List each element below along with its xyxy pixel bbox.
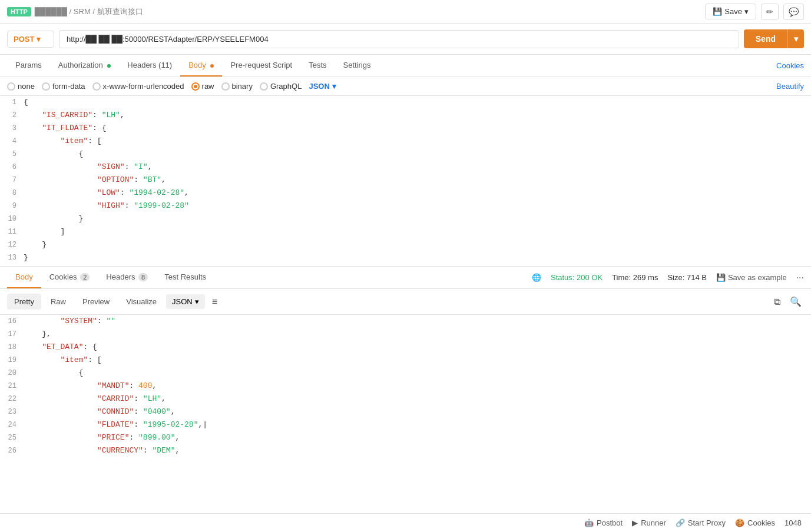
json-arrow: ▾ — [332, 82, 336, 91]
resp-line-22: 22 "CARRID": "LH", — [0, 393, 811, 405]
cookies-link[interactable]: Cookies — [776, 55, 804, 76]
time-text: Time: 269 ms — [612, 273, 658, 282]
response-body-editor[interactable]: 16 "SYSTEM": "" 17 }, 18 "ET_DATA": { 19… — [0, 315, 811, 480]
option-form-data[interactable]: form-data — [42, 82, 85, 91]
response-json-label: JSON — [172, 297, 193, 306]
tab-pre-request[interactable]: Pre-request Script — [222, 55, 300, 77]
proxy-icon: 🔗 — [676, 518, 685, 527]
resp-line-18: 18 "ET_DATA": { — [0, 341, 811, 354]
raw-radio — [191, 82, 200, 91]
edit-button[interactable]: ✏ — [761, 4, 779, 20]
copy-button[interactable]: ⧉ — [772, 294, 783, 310]
tab-authorization[interactable]: Authorization — [50, 55, 120, 77]
cookies-badge: 2 — [80, 273, 90, 281]
cookies-bottom-label: Cookies — [747, 518, 775, 527]
fmt-tab-visualize[interactable]: Visualize — [119, 294, 164, 310]
save-button[interactable]: 💾 Save ▾ — [705, 4, 756, 19]
request-body-editor[interactable]: 1 { 2 "IS_CARRID": "LH", 3 "IT_FLDATE": … — [0, 96, 811, 267]
tab-body[interactable]: Body — [180, 55, 222, 77]
postbot-label: Postbot — [597, 518, 623, 527]
code-line-7: 7 "OPTION": "BT", — [0, 174, 811, 187]
bottom-bar: 🤖 Postbot ▶ Runner 🔗 Start Proxy 🍪 Cooki… — [0, 513, 811, 532]
breadcrumb: ██████ / SRM / 航班查询接口 — [35, 6, 143, 17]
beautify-button[interactable]: Beautify — [776, 82, 804, 91]
code-line-5: 5 { — [0, 148, 811, 161]
runner-icon: ▶ — [632, 518, 638, 527]
graphql-radio — [260, 82, 268, 91]
option-graphql[interactable]: GraphQL — [260, 82, 302, 91]
code-line-3: 3 "IT_FLDATE": { — [0, 122, 811, 135]
code-line-4: 4 "item": [ — [0, 135, 811, 148]
tab-tests[interactable]: Tests — [300, 55, 335, 77]
response-json-arrow: ▾ — [195, 297, 199, 306]
runner-label: Runner — [641, 518, 666, 527]
status-text: Status: 200 OK — [551, 273, 603, 282]
code-line-8: 8 "LOW": "1994-02-28", — [0, 187, 811, 200]
resp-tab-cookies[interactable]: Cookies 2 — [41, 267, 98, 288]
start-proxy-item[interactable]: 🔗 Start Proxy — [676, 518, 726, 527]
urlencoded-radio — [92, 82, 101, 91]
response-json-button[interactable]: JSON ▾ — [166, 294, 205, 309]
edit-icon: ✏ — [766, 7, 773, 16]
tab-headers[interactable]: Headers (11) — [119, 55, 180, 77]
option-none[interactable]: none — [7, 82, 35, 91]
save-icon: 💾 — [716, 273, 726, 282]
code-line-10: 10 } — [0, 212, 811, 225]
headers-badge: 8 — [138, 273, 148, 281]
send-button[interactable]: Send ▾ — [744, 29, 804, 48]
authorization-dot — [107, 64, 111, 68]
postbot-item[interactable]: 🤖 Postbot — [584, 518, 623, 527]
format-right-icons: ⧉ 🔍 — [772, 294, 804, 310]
fmt-tab-raw[interactable]: Raw — [44, 294, 73, 310]
cookies-icon: 🍪 — [735, 518, 744, 527]
top-bar-left: HTTP ██████ / SRM / 航班查询接口 — [7, 6, 143, 17]
send-dropdown-arrow[interactable]: ▾ — [787, 29, 804, 48]
body-dot — [210, 64, 214, 68]
globe-icon: 🌐 — [532, 273, 541, 282]
method-arrow: ▾ — [37, 35, 41, 44]
bottom-right-info: 1048 — [784, 518, 802, 527]
json-format-button[interactable]: JSON ▾ — [309, 82, 336, 91]
fmt-tab-preview[interactable]: Preview — [75, 294, 117, 310]
option-raw[interactable]: raw — [191, 82, 214, 91]
resp-tab-body[interactable]: Body — [7, 267, 41, 288]
tab-params[interactable]: Params — [7, 55, 50, 77]
binary-radio — [221, 82, 230, 91]
bottom-right-text: 1048 — [784, 518, 802, 527]
runner-item[interactable]: ▶ Runner — [632, 518, 666, 527]
method-select[interactable]: POST ▾ — [7, 31, 54, 48]
url-bar: POST ▾ Send ▾ — [0, 24, 811, 55]
response-status: 🌐 Status: 200 OK Time: 269 ms Size: 714 … — [532, 272, 804, 283]
code-line-9: 9 "HIGH": "1999-02-28" — [0, 200, 811, 212]
resp-line-26: 26 "CURRENCY": "DEM", — [0, 444, 811, 457]
resp-line-25: 25 "PRICE": "899.00", — [0, 431, 811, 444]
save-example-button[interactable]: 💾 Save as example — [716, 273, 787, 282]
search-response-button[interactable]: 🔍 — [787, 294, 804, 310]
method-label: POST — [14, 35, 34, 44]
fmt-tab-pretty[interactable]: Pretty — [7, 294, 41, 310]
resp-line-21: 21 "MANDT": 400, — [0, 380, 811, 393]
body-options: none form-data x-www-form-urlencoded raw… — [0, 77, 811, 96]
code-line-2: 2 "IS_CARRID": "LH", — [0, 109, 811, 122]
option-urlencoded[interactable]: x-www-form-urlencoded — [92, 82, 184, 91]
message-button[interactable]: 💬 — [783, 4, 804, 20]
save-example-label: Save as example — [728, 273, 787, 282]
send-label: Send — [744, 29, 787, 48]
resp-tab-test-results[interactable]: Test Results — [156, 267, 214, 288]
cookies-bottom-item[interactable]: 🍪 Cookies — [735, 518, 775, 527]
http-badge: HTTP — [7, 7, 31, 16]
postbot-icon: 🤖 — [584, 518, 594, 527]
size-text: Size: 714 B — [667, 273, 707, 282]
top-bar-right: 💾 Save ▾ ✏ 💬 — [705, 4, 804, 20]
more-options-button[interactable]: ··· — [796, 272, 804, 283]
form-data-radio — [42, 82, 50, 91]
tab-settings[interactable]: Settings — [335, 55, 379, 77]
response-tabs: Body Cookies 2 Headers 8 Test Results 🌐 … — [0, 267, 811, 289]
save-dropdown-arrow: ▾ — [744, 7, 749, 16]
url-input[interactable] — [59, 30, 739, 48]
option-binary[interactable]: binary — [221, 82, 253, 91]
code-line-13: 13 } — [0, 251, 811, 264]
wrap-lines-icon[interactable]: ≡ — [212, 297, 217, 307]
code-line-12: 12 } — [0, 238, 811, 251]
resp-tab-headers[interactable]: Headers 8 — [98, 267, 156, 288]
